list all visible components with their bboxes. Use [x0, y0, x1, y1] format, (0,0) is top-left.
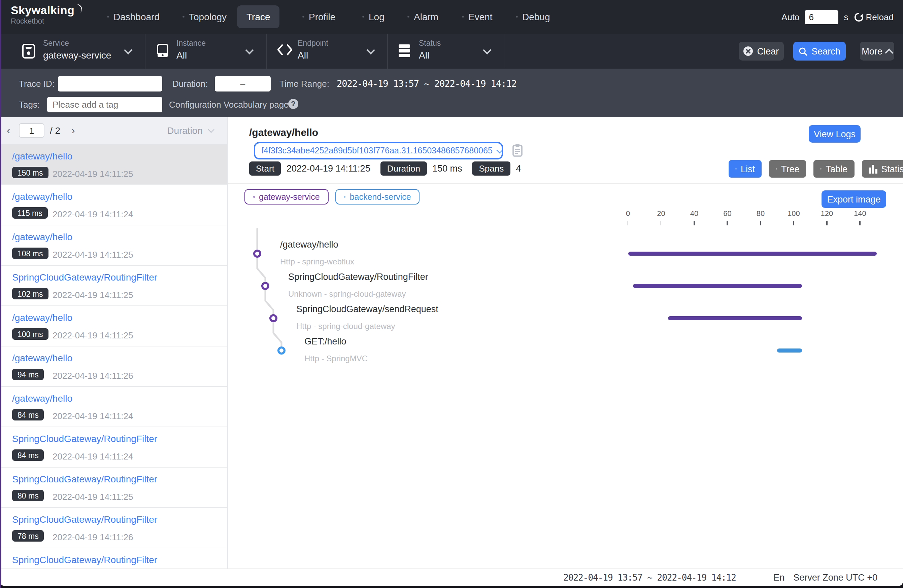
- span-name: /gateway/hello: [280, 240, 338, 249]
- service-tag-backend-service[interactable]: backend-service: [335, 189, 420, 204]
- trace-id-input[interactable]: [58, 76, 162, 91]
- service-tag-label: gateway-service: [259, 192, 320, 201]
- sort-dropdown[interactable]: Duration: [167, 125, 214, 136]
- span-node-dot[interactable]: [277, 346, 285, 354]
- nav-item-trace[interactable]: Trace: [237, 5, 280, 28]
- axis-tick-label: 0: [615, 209, 641, 217]
- page-total: / 2: [50, 125, 60, 136]
- clear-label: Clear: [757, 46, 779, 56]
- reload-button[interactable]: Reload: [866, 12, 894, 22]
- span-node-dot[interactable]: [253, 249, 261, 257]
- search-icon: [799, 47, 807, 55]
- trace-endpoint-link[interactable]: SpringCloudGateway/RoutingFilter: [12, 433, 157, 444]
- clear-button[interactable]: Clear: [739, 42, 784, 61]
- nav-item-label: Trace: [247, 11, 271, 22]
- selector-endpoint[interactable]: EndpointAll: [266, 34, 388, 69]
- span-node-dot[interactable]: [261, 282, 269, 290]
- server-zone-selector[interactable]: Server Zone UTC +0: [793, 572, 878, 583]
- nav-item-log[interactable]: Log: [362, 0, 384, 34]
- trace-title: /gateway/hello: [249, 127, 318, 138]
- span-name: SpringCloudGateway/sendRequest: [296, 304, 438, 314]
- trace-endpoint-link[interactable]: /gateway/hello: [12, 312, 72, 323]
- reload-icon[interactable]: [854, 12, 864, 22]
- service-tag-label: backend-service: [350, 192, 411, 201]
- trace-list-item[interactable]: SpringCloudGateway/RoutingFilter102 ms20…: [0, 266, 227, 306]
- span-duration-bar[interactable]: [777, 348, 802, 353]
- footer-time-range[interactable]: 2022-04-19 13:57 ~ 2022-04-19 14:12: [563, 572, 736, 583]
- span-node-dot[interactable]: [269, 314, 277, 322]
- selector-instance[interactable]: InstanceAll: [145, 34, 267, 69]
- search-label: Search: [812, 46, 840, 56]
- trace-list-item[interactable]: /gateway/hello100 ms2022-04-19 14:11:25: [0, 306, 227, 347]
- axis-tick-label: 100: [780, 209, 807, 217]
- nav-item-profile[interactable]: Profile: [302, 0, 335, 34]
- prev-page-button[interactable]: ‹: [7, 124, 11, 136]
- auto-interval-input[interactable]: [805, 10, 839, 24]
- trace-list-item[interactable]: /gateway/hello150 ms2022-04-19 14:11:25: [0, 145, 227, 185]
- skywalking-logo[interactable]: Skywalking Rocketbot: [11, 4, 83, 25]
- trace-endpoint-link[interactable]: /gateway/hello: [12, 151, 72, 162]
- trace-endpoint-link[interactable]: SpringCloudGateway/RoutingFilter: [12, 514, 157, 525]
- span-duration-bar[interactable]: [628, 252, 877, 256]
- tab-table[interactable]: Table: [814, 160, 854, 177]
- chevron-up-icon: [885, 48, 894, 56]
- selector-label: Status: [419, 39, 441, 47]
- help-icon[interactable]: ?: [288, 99, 298, 109]
- trace-endpoint-link[interactable]: SpringCloudGateway/RoutingFilter: [12, 272, 157, 282]
- trace-endpoint-link[interactable]: /gateway/hello: [12, 231, 72, 242]
- page-number-input[interactable]: [19, 123, 44, 138]
- axis-tick-mark: [628, 221, 629, 225]
- trace-list-item[interactable]: /gateway/hello84 ms2022-04-19 14:11:24: [0, 387, 227, 427]
- duration-input[interactable]: [215, 76, 271, 91]
- nav-item-alarm[interactable]: Alarm: [407, 0, 438, 34]
- nav-item-debug[interactable]: Debug: [516, 0, 550, 34]
- trace-endpoint-link[interactable]: SpringCloudGateway/RoutingFilter: [12, 554, 157, 565]
- more-button[interactable]: More: [860, 42, 894, 61]
- trace-list-item[interactable]: SpringCloudGateway/RoutingFilter84 ms202…: [0, 427, 227, 467]
- nav-item-topology[interactable]: Topology: [182, 0, 227, 34]
- trace-list-item[interactable]: /gateway/hello108 ms2022-04-19 14:11:25: [0, 225, 227, 266]
- duration-label: Duration:: [172, 79, 208, 89]
- span-duration-bar[interactable]: [668, 316, 802, 320]
- nav-item-dot: [462, 16, 464, 18]
- trace-timestamp: 2022-04-19 14:11:25: [52, 330, 133, 340]
- trace-list-item[interactable]: SpringCloudGateway/RoutingFilter80 ms202…: [0, 467, 227, 508]
- moon-swoosh-icon: [75, 4, 83, 13]
- trace-timestamp: 2022-04-19 14:11:25: [52, 249, 133, 260]
- service-tag-gateway-service[interactable]: gateway-service: [244, 189, 329, 204]
- trace-endpoint-link[interactable]: SpringCloudGateway/RoutingFilter: [12, 474, 157, 485]
- next-page-button[interactable]: ›: [71, 124, 75, 136]
- trace-endpoint-link[interactable]: /gateway/hello: [12, 191, 72, 202]
- view-logs-button[interactable]: View Logs: [809, 125, 861, 143]
- nav-item-dashboard[interactable]: Dashboard: [107, 0, 160, 34]
- tab-statistics[interactable]: Statistics: [862, 160, 903, 177]
- time-range-value[interactable]: 2022-04-19 13:57 ~ 2022-04-19 14:12: [337, 78, 516, 89]
- trace-id-select[interactable]: f4f3f3c34abe4252a89d5bf103f776aa.31.1650…: [254, 142, 503, 160]
- trace-duration-badge: 94 ms: [12, 368, 44, 380]
- selector-status[interactable]: StatusAll: [387, 34, 504, 69]
- span-duration-bar[interactable]: [633, 284, 802, 288]
- nav-item-event[interactable]: Event: [462, 0, 492, 34]
- trace-endpoint-link[interactable]: /gateway/hello: [12, 353, 72, 363]
- service-legend: gateway-servicebackend-service: [244, 189, 420, 204]
- nav-item-label: Alarm: [414, 11, 438, 22]
- tab-list[interactable]: List: [728, 160, 761, 177]
- trace-duration-badge: 102 ms: [12, 288, 48, 299]
- trace-endpoint-link[interactable]: /gateway/hello: [12, 393, 72, 404]
- tags-input[interactable]: [47, 97, 162, 112]
- export-image-button[interactable]: Export image: [821, 190, 886, 208]
- endpoint-icon: [277, 44, 293, 56]
- trace-list-item[interactable]: /gateway/hello115 ms2022-04-19 14:11:24: [0, 185, 227, 225]
- nav-item-label: Log: [369, 11, 384, 22]
- search-button[interactable]: Search: [793, 42, 846, 61]
- axis-tick-mark: [661, 221, 662, 225]
- trace-list-item[interactable]: /gateway/hello94 ms2022-04-19 14:11:26: [0, 347, 227, 387]
- tab-tree[interactable]: Tree: [769, 160, 806, 177]
- spans-badge: Spans: [472, 162, 511, 176]
- selector-service[interactable]: Servicegateway-service: [0, 34, 145, 69]
- trace-list-item[interactable]: SpringCloudGateway/RoutingFilter78 ms202…: [0, 508, 227, 548]
- language-selector[interactable]: En: [773, 572, 785, 583]
- axis-tick-label: 60: [714, 209, 741, 217]
- vocabulary-link[interactable]: Configuration Vocabulary page: [169, 100, 289, 110]
- copy-clipboard-icon[interactable]: [512, 143, 523, 157]
